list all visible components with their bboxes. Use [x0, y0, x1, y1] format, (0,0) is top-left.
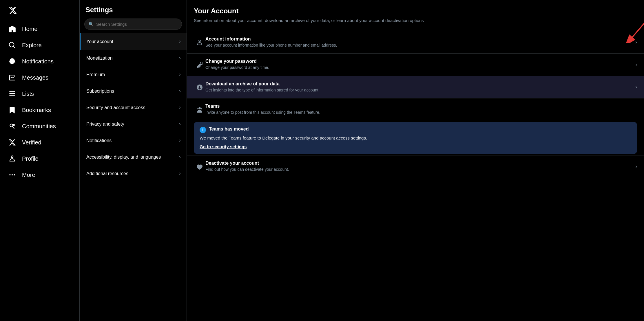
content-subtitle: See information about your account, down…: [194, 17, 637, 24]
sidebar-item-home-label: Home: [22, 26, 37, 32]
settings-menu-privacy[interactable]: Privacy and safety ›: [80, 116, 187, 132]
sidebar-item-messages[interactable]: Messages: [3, 69, 76, 86]
sidebar-item-communities-label: Communities: [22, 123, 56, 130]
communities-icon: [8, 122, 16, 130]
sidebar-item-messages-label: Messages: [22, 74, 48, 81]
content-title: Your Account: [194, 7, 637, 15]
profile-icon: [8, 155, 16, 163]
chevron-icon: ›: [179, 38, 181, 45]
content-section: Account information See your account inf…: [187, 31, 644, 178]
chevron-icon: ›: [179, 71, 181, 78]
settings-menu: Your account › Monetization › Premium › …: [80, 33, 187, 182]
lists-icon: [8, 90, 16, 98]
sidebar-item-more-label: More: [22, 172, 35, 178]
download-archive-chevron: ›: [635, 84, 637, 90]
home-icon: [8, 25, 16, 33]
teams-banner-body: We moved the Teams feature to Delegate i…: [200, 135, 631, 142]
deactivate-desc: Find out how you can deactivate your acc…: [205, 167, 632, 173]
settings-menu-resources[interactable]: Additional resources ›: [80, 165, 187, 182]
change-password-chevron: ›: [635, 62, 637, 68]
settings-menu-security[interactable]: Security and account access ›: [80, 99, 187, 116]
account-info-text: Account information See your account inf…: [205, 36, 632, 48]
settings-panel: Settings 🔍 Your account › Monetization ›…: [80, 0, 187, 321]
content-header: Your Account See information about your …: [187, 7, 644, 26]
download-archive-title: Download an archive of your data: [205, 81, 632, 87]
sidebar-item-profile[interactable]: Profile: [3, 151, 76, 167]
change-password-text: Change your password Change your passwor…: [205, 59, 632, 71]
chevron-icon: ›: [179, 154, 181, 160]
settings-menu-premium[interactable]: Premium ›: [80, 66, 187, 83]
deactivate-title: Deactivate your account: [205, 161, 632, 166]
deactivate-chevron: ›: [635, 164, 637, 170]
teams-icon: [194, 106, 205, 113]
teams-title: Teams: [205, 104, 637, 109]
change-password-title: Change your password: [205, 59, 632, 64]
sidebar-item-communities[interactable]: Communities: [3, 118, 76, 134]
key-icon: [194, 61, 205, 68]
settings-menu-notifications[interactable]: Notifications ›: [80, 132, 187, 149]
mail-icon: [8, 74, 16, 82]
change-password-row[interactable]: Change your password Change your passwor…: [187, 53, 644, 76]
deactivate-icon: [194, 163, 205, 170]
chevron-icon: ›: [179, 170, 181, 177]
download-icon: [194, 83, 205, 91]
sidebar-item-notifications[interactable]: Notifications: [3, 53, 76, 69]
deactivate-row[interactable]: Deactivate your account Find out how you…: [187, 155, 644, 178]
sidebar-item-lists[interactable]: Lists: [3, 86, 76, 102]
account-info-chevron: ›: [635, 39, 637, 45]
sidebar-item-notifications-label: Notifications: [22, 58, 54, 65]
logo[interactable]: [3, 2, 76, 20]
download-archive-text: Download an archive of your data Get ins…: [205, 81, 632, 93]
sidebar-item-bookmarks-label: Bookmarks: [22, 107, 51, 113]
teams-text: Teams Invite anyone to post from this ac…: [205, 104, 637, 115]
account-info-title: Account information: [205, 36, 632, 42]
explore-icon: [8, 41, 16, 49]
settings-menu-accessibility[interactable]: Accessibility, display, and languages ›: [80, 149, 187, 165]
verified-icon: [8, 138, 16, 146]
deactivate-text: Deactivate your account Find out how you…: [205, 161, 632, 173]
account-info-desc: See your account information like your p…: [205, 43, 632, 48]
account-info-row[interactable]: Account information See your account inf…: [187, 31, 644, 54]
download-archive-desc: Get insights into the type of informatio…: [205, 87, 632, 93]
teams-banner-header: i Teams has moved: [200, 126, 631, 133]
download-archive-row[interactable]: Download an archive of your data Get ins…: [187, 76, 644, 98]
more-icon: [8, 171, 16, 179]
settings-menu-monetization[interactable]: Monetization ›: [80, 50, 187, 66]
info-icon: i: [200, 127, 206, 133]
sidebar-item-home[interactable]: Home: [3, 21, 76, 37]
x-logo-icon: [8, 6, 17, 15]
teams-banner-title: Teams has moved: [209, 126, 249, 132]
change-password-desc: Change your password at any time.: [205, 65, 632, 71]
chevron-icon: ›: [179, 104, 181, 111]
teams-desc: Invite anyone to post from this account …: [205, 110, 637, 115]
settings-menu-subscriptions[interactable]: Subscriptions ›: [80, 83, 187, 99]
settings-menu-your-account[interactable]: Your account ›: [80, 33, 187, 50]
sidebar-item-verified-label: Verified: [22, 139, 41, 146]
person-icon: [194, 38, 205, 46]
sidebar-item-verified[interactable]: Verified: [3, 134, 76, 151]
sidebar-item-bookmarks[interactable]: Bookmarks: [3, 102, 76, 118]
sidebar-item-profile-label: Profile: [22, 155, 39, 162]
sidebar-item-explore-label: Explore: [22, 42, 42, 49]
go-to-security-link[interactable]: Go to security settings: [200, 144, 247, 149]
sidebar-item-lists-label: Lists: [22, 91, 34, 97]
content-panel: Your Account See information about your …: [187, 0, 644, 321]
chevron-icon: ›: [179, 121, 181, 127]
sidebar-item-explore[interactable]: Explore: [3, 37, 76, 53]
bookmark-icon: [8, 106, 16, 114]
search-input[interactable]: [84, 19, 182, 30]
chevron-icon: ›: [179, 137, 181, 144]
sidebar: Home Explore Notifications Messages List…: [0, 0, 80, 321]
bell-icon: [8, 57, 16, 65]
teams-row[interactable]: Teams Invite anyone to post from this ac…: [187, 98, 644, 121]
settings-title: Settings: [80, 0, 187, 17]
search-icon: 🔍: [88, 22, 94, 27]
chevron-icon: ›: [179, 88, 181, 94]
sidebar-item-more[interactable]: More: [3, 167, 76, 183]
teams-banner: i Teams has moved We moved the Teams fea…: [194, 122, 637, 154]
chevron-icon: ›: [179, 55, 181, 61]
search-bar-container: 🔍: [84, 19, 182, 30]
